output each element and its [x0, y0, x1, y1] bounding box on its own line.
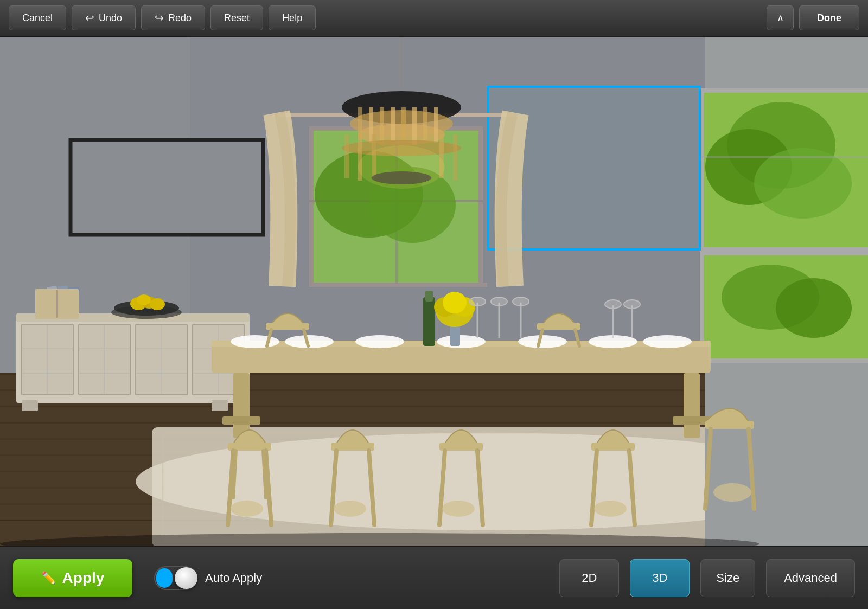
- svg-point-70: [358, 145, 445, 189]
- svg-rect-45: [309, 283, 487, 287]
- redo-icon: ↪: [155, 11, 164, 24]
- svg-rect-43: [309, 126, 314, 284]
- svg-point-39: [776, 278, 852, 338]
- svg-rect-105: [233, 373, 250, 438]
- svg-rect-57: [380, 107, 384, 145]
- apply-label: Apply: [62, 569, 105, 587]
- svg-rect-71: [71, 140, 263, 235]
- svg-point-146: [442, 501, 475, 517]
- apply-icon: ✏️: [41, 571, 56, 585]
- reset-button[interactable]: Reset: [210, 5, 263, 30]
- svg-rect-68: [453, 134, 457, 181]
- svg-rect-90: [22, 400, 38, 411]
- apply-button[interactable]: ✏️ Apply: [13, 559, 132, 597]
- svg-rect-37: [700, 358, 868, 363]
- svg-point-154: [713, 483, 751, 502]
- toggle-knob: [175, 567, 197, 589]
- svg-rect-29: [700, 247, 868, 252]
- auto-apply-label: Auto Apply: [205, 571, 262, 585]
- bottom-toolbar: ✏️ Apply Auto Apply 2D 3D Size Advanced: [0, 546, 868, 609]
- svg-rect-60: [412, 107, 417, 145]
- svg-point-130: [605, 300, 621, 309]
- done-button[interactable]: Done: [799, 5, 859, 30]
- advanced-button[interactable]: Advanced: [766, 559, 855, 597]
- svg-point-122: [443, 292, 467, 313]
- svg-point-32: [754, 148, 852, 219]
- svg-rect-44: [478, 126, 483, 284]
- svg-point-111: [355, 335, 404, 348]
- svg-rect-108: [673, 416, 711, 425]
- svg-point-150: [594, 501, 627, 517]
- cancel-button[interactable]: Cancel: [9, 5, 66, 30]
- auto-apply-toggle[interactable]: [154, 566, 197, 590]
- svg-point-124: [469, 297, 486, 306]
- auto-apply-group: Auto Apply: [154, 566, 262, 590]
- svg-rect-61: [423, 107, 427, 140]
- svg-rect-64: [344, 134, 349, 178]
- chevron-up-icon: ∧: [777, 12, 784, 24]
- svg-rect-106: [684, 373, 700, 438]
- svg-rect-59: [401, 107, 406, 143]
- svg-point-109: [231, 335, 279, 348]
- collapse-button[interactable]: ∧: [767, 5, 794, 30]
- svg-point-142: [334, 501, 366, 517]
- svg-rect-36: [700, 251, 868, 255]
- svg-point-113: [518, 335, 567, 348]
- svg-point-138: [231, 501, 263, 517]
- room-scene[interactable]: [0, 37, 868, 546]
- svg-point-132: [624, 300, 640, 309]
- svg-rect-107: [222, 416, 260, 425]
- svg-point-126: [491, 297, 507, 306]
- size-button[interactable]: Size: [700, 559, 755, 597]
- svg-rect-117: [425, 291, 433, 302]
- svg-rect-116: [423, 297, 435, 346]
- svg-point-128: [513, 297, 529, 306]
- svg-point-102: [137, 294, 151, 305]
- svg-rect-151: [705, 421, 754, 429]
- svg-point-115: [643, 335, 692, 348]
- view-3d-button[interactable]: 3D: [630, 559, 690, 597]
- help-button[interactable]: Help: [269, 5, 316, 30]
- svg-rect-91: [212, 400, 228, 411]
- room-scene-svg: [0, 37, 868, 546]
- svg-rect-62: [434, 107, 438, 143]
- svg-rect-33: [700, 156, 868, 158]
- undo-icon: ↩: [85, 11, 94, 24]
- top-toolbar: Cancel ↩ Undo ↪ Redo Reset Help ∧ Done: [0, 0, 868, 37]
- view-2d-button[interactable]: 2D: [559, 559, 619, 597]
- undo-button[interactable]: ↩ Undo: [72, 5, 136, 30]
- svg-point-101: [150, 298, 165, 310]
- toggle-on-color: [156, 568, 173, 588]
- svg-rect-28: [700, 88, 868, 93]
- redo-button[interactable]: ↪ Redo: [141, 5, 205, 30]
- svg-rect-58: [391, 107, 395, 140]
